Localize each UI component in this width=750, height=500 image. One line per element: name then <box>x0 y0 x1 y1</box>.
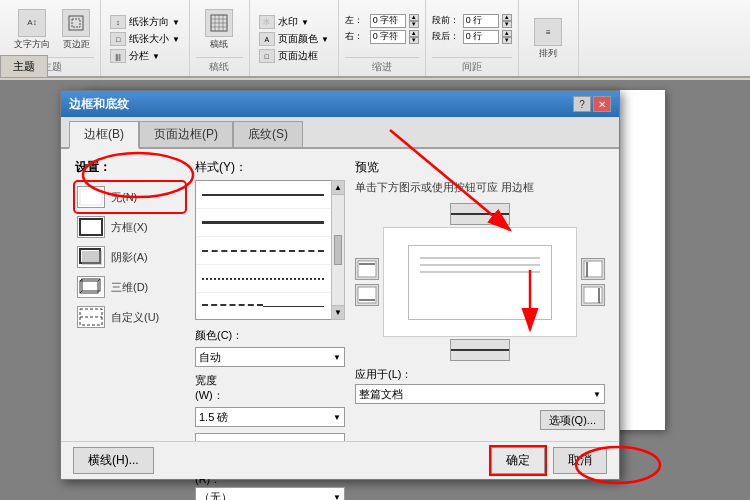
indent-right-value[interactable]: 0 字符 <box>370 30 406 44</box>
settings-icon-custom <box>77 306 105 328</box>
indent-left-up[interactable]: ▲ <box>409 14 419 21</box>
ribbon-btn-arrange[interactable]: ≡ 排列 <box>530 16 566 62</box>
apply-label: 应用于(L)： <box>355 367 412 382</box>
svg-rect-0 <box>69 16 83 30</box>
ribbon-columns-label: 分栏 <box>129 49 149 63</box>
ribbon-btn-paper-size[interactable]: □ 纸张大小 ▼ <box>107 31 183 47</box>
settings-item-3d[interactable]: 三维(D) <box>75 272 185 302</box>
horizontal-line-button[interactable]: 横线(H)... <box>73 447 154 474</box>
paper-size-icon: □ <box>110 32 126 46</box>
ribbon-btn-page-color[interactable]: A 页面颜色 ▼ <box>256 31 332 47</box>
dialog-tab-page-border[interactable]: 页面边框(P) <box>139 121 233 147</box>
width-row: 宽度(W)： <box>195 373 345 403</box>
options-container: 选项(Q)... <box>355 410 605 430</box>
ribbon-btn-watermark[interactable]: 水 水印 ▼ <box>256 14 332 30</box>
color-dropdown[interactable]: 自动 ▼ <box>195 347 345 367</box>
style-list[interactable] <box>195 180 345 320</box>
preview-bottom-btn[interactable] <box>450 339 510 361</box>
preview-left-btn-top[interactable] <box>355 258 379 280</box>
dialog-tab-bar: 边框(B) 页面边框(P) 底纹(S) <box>61 117 619 149</box>
indent-right-down[interactable]: ▼ <box>409 37 419 44</box>
spacing-after-up[interactable]: ▲ <box>502 30 512 37</box>
dialog-close-button[interactable]: ✕ <box>593 96 611 112</box>
preview-left-btn-bottom[interactable] <box>355 284 379 306</box>
spacing-before-up[interactable]: ▲ <box>502 14 512 21</box>
style-panel-label: 样式(Y)： <box>195 159 345 176</box>
style-list-scrollbar[interactable]: ▲ ▼ <box>331 180 345 320</box>
spacing-after-label: 段后： <box>432 30 460 43</box>
spacing-after-down[interactable]: ▼ <box>502 37 512 44</box>
ribbon-btn-page-border[interactable]: □ 页面边框 <box>256 48 332 64</box>
apply-row: 应用于(L)： <box>355 367 605 382</box>
spacing-before-spinner[interactable]: ▲ ▼ <box>502 14 512 28</box>
options-button[interactable]: 选项(Q)... <box>540 410 605 430</box>
indent-right-spinner[interactable]: ▲ ▼ <box>409 30 419 44</box>
settings-item-shadow[interactable]: 阴影(A) <box>75 242 185 272</box>
spacing-after-spinner[interactable]: ▲ ▼ <box>502 30 512 44</box>
color-dropdown-arrow: ▼ <box>333 353 341 362</box>
settings-item-none[interactable]: 无(N) <box>75 182 185 212</box>
scrollbar-thumb[interactable] <box>334 235 342 265</box>
width-input[interactable]: 1.5 磅 ▼ <box>195 407 345 427</box>
apply-controls: 整篇文档 ▼ <box>355 384 605 404</box>
style-item-chain-dash[interactable] <box>196 293 330 320</box>
ribbon-btn-text-direction[interactable]: A↕ 文字方向 <box>10 7 54 53</box>
style-item-dotted[interactable] <box>196 265 330 293</box>
ok-button[interactable]: 确定 <box>491 447 545 474</box>
ribbon-section-indent: 左： 0 字符 ▲ ▼ 右： 0 字符 <box>339 0 426 76</box>
settings-label-3d: 三维(D) <box>111 280 148 295</box>
dialog-tab-shading[interactable]: 底纹(S) <box>233 121 303 147</box>
settings-icon-shadow <box>77 246 105 268</box>
footer-left: 横线(H)... <box>73 447 154 474</box>
style-item-thick[interactable] <box>196 209 330 237</box>
spacing-before-down[interactable]: ▼ <box>502 21 512 28</box>
art-dropdown-arrow: ▼ <box>333 493 341 501</box>
preview-right-btn-bottom[interactable] <box>581 284 605 306</box>
ribbon-btn-paper-orient[interactable]: ↕ 纸张方向 ▼ <box>107 14 183 30</box>
ribbon-draft-label: 稿纸 <box>210 38 228 51</box>
ribbon-tab-bar: 主题 <box>0 55 48 77</box>
preview-label: 预览 <box>355 159 605 176</box>
scrollbar-up-btn[interactable]: ▲ <box>332 181 344 195</box>
indent-right-up[interactable]: ▲ <box>409 30 419 37</box>
spacing-after-value[interactable]: 0 行 <box>463 30 499 44</box>
preview-page-mock <box>408 245 552 321</box>
ribbon-section-draft: 稿纸 稿纸 <box>190 0 250 76</box>
ribbon-text-direction-label: 文字方向 <box>14 38 50 51</box>
settings-item-box[interactable]: 方框(X) <box>75 212 185 242</box>
apply-dropdown[interactable]: 整篇文档 ▼ <box>355 384 605 404</box>
ribbon-btn-columns[interactable]: ||| 分栏 ▼ <box>107 48 183 64</box>
dialog-tab-border[interactable]: 边框(B) <box>69 121 139 149</box>
draft-icon <box>205 9 233 37</box>
ribbon-paper-orient-label: 纸张方向 <box>129 15 169 29</box>
svg-rect-1 <box>72 19 80 27</box>
spacing-before-label: 段前： <box>432 14 460 27</box>
preview-left-btns <box>355 203 379 361</box>
settings-item-custom[interactable]: 自定义(U) <box>75 302 185 332</box>
preview-right-btn-top[interactable] <box>581 258 605 280</box>
indent-left-down[interactable]: ▼ <box>409 21 419 28</box>
ribbon-btn-margin[interactable]: 页边距 <box>58 7 94 53</box>
border-shading-dialog: 边框和底纹 ? ✕ 边框(B) 页面边框(P) 底纹(S) 设置： 无(N) <box>60 90 620 480</box>
settings-label-custom: 自定义(U) <box>111 310 159 325</box>
dialog-help-button[interactable]: ? <box>573 96 591 112</box>
preview-area[interactable] <box>383 227 577 337</box>
text-direction-icon: A↕ <box>18 9 46 37</box>
preview-top-btn[interactable] <box>450 203 510 225</box>
settings-label-box: 方框(X) <box>111 220 148 235</box>
spacing-before-value[interactable]: 0 行 <box>463 14 499 28</box>
indent-left-spinner[interactable]: ▲ ▼ <box>409 14 419 28</box>
art-dropdown[interactable]: （无） ▼ <box>195 487 345 500</box>
ribbon-btn-draft[interactable]: 稿纸 <box>201 7 237 53</box>
style-item-dashed[interactable] <box>196 237 330 265</box>
indent-left-value[interactable]: 0 字符 <box>370 14 406 28</box>
preview-line-1 <box>420 257 539 259</box>
width-value: 1.5 磅 <box>199 410 228 425</box>
scrollbar-down-btn[interactable]: ▼ <box>332 305 344 319</box>
style-item-solid[interactable] <box>196 181 330 209</box>
ribbon-tab-theme[interactable]: 主题 <box>0 55 48 77</box>
ribbon-section-spacing: 段前： 0 行 ▲ ▼ 段后： 0 行 <box>426 0 519 76</box>
settings-icon-3d <box>77 276 105 298</box>
cancel-button[interactable]: 取消 <box>553 447 607 474</box>
color-value: 自动 <box>199 350 221 365</box>
